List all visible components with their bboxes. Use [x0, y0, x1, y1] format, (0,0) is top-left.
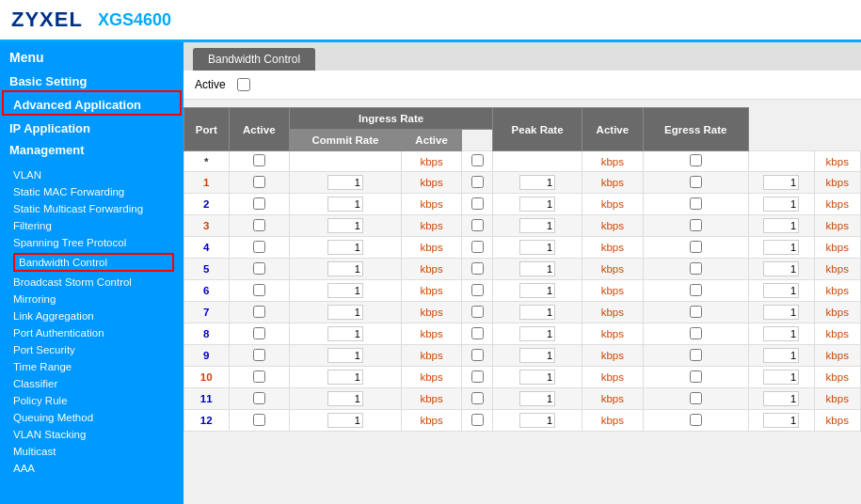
- port-cell[interactable]: 10: [184, 367, 230, 388]
- egress-rate-input[interactable]: [763, 240, 799, 255]
- sidebar-item-vlan[interactable]: VLAN: [0, 166, 183, 183]
- ingress-active-checkbox[interactable]: [471, 414, 484, 426]
- egress-rate-input[interactable]: [763, 197, 799, 212]
- active-checkbox[interactable]: [237, 78, 250, 91]
- peak-active-checkbox[interactable]: [690, 219, 702, 231]
- ingress-active-checkbox[interactable]: [471, 306, 484, 318]
- sidebar-item-bandwidth-control[interactable]: Bandwidth Control: [13, 253, 174, 272]
- row-active-checkbox[interactable]: [253, 306, 265, 318]
- port-cell[interactable]: 5: [184, 259, 230, 280]
- sidebar-item-classifier[interactable]: Classifier: [0, 375, 183, 392]
- peak-rate-input[interactable]: [519, 413, 555, 428]
- row-active-checkbox[interactable]: [253, 262, 265, 275]
- ingress-active-checkbox[interactable]: [471, 370, 484, 383]
- port-cell[interactable]: 4: [184, 237, 230, 259]
- peak-active-checkbox[interactable]: [690, 284, 702, 296]
- egress-rate-input[interactable]: [763, 348, 799, 363]
- ingress-active-checkbox[interactable]: [471, 154, 484, 166]
- peak-active-checkbox[interactable]: [690, 176, 702, 188]
- egress-rate-input[interactable]: [763, 175, 799, 190]
- commit-rate-input[interactable]: [327, 240, 363, 255]
- sidebar-item-vlan-stacking[interactable]: VLAN Stacking: [0, 426, 183, 443]
- sidebar-item-management[interactable]: Management: [0, 137, 183, 159]
- row-active-checkbox[interactable]: [253, 284, 265, 296]
- sidebar-item-spanning-tree[interactable]: Spanning Tree Protocol: [0, 234, 183, 251]
- ingress-active-checkbox[interactable]: [471, 262, 484, 275]
- sidebar-item-mirroring[interactable]: Mirroring: [0, 291, 183, 307]
- peak-active-checkbox[interactable]: [690, 154, 702, 166]
- ingress-active-checkbox[interactable]: [471, 219, 484, 231]
- sidebar-item-link-aggregation[interactable]: Link Aggregation: [0, 307, 183, 324]
- egress-rate-input[interactable]: [763, 326, 799, 341]
- commit-rate-input[interactable]: [327, 218, 363, 233]
- port-cell[interactable]: 7: [184, 302, 230, 323]
- peak-rate-input[interactable]: [519, 197, 555, 212]
- row-active-checkbox[interactable]: [253, 219, 265, 231]
- ingress-active-checkbox[interactable]: [471, 284, 484, 296]
- egress-rate-input[interactable]: [763, 283, 799, 298]
- sidebar-item-aaa[interactable]: AAA: [0, 460, 183, 477]
- sidebar-item-multicast[interactable]: Multicast: [0, 443, 183, 460]
- peak-active-checkbox[interactable]: [690, 370, 702, 383]
- sidebar-item-static-mac[interactable]: Static MAC Forwarding: [0, 183, 183, 200]
- row-active-checkbox[interactable]: [253, 241, 265, 253]
- ingress-active-checkbox[interactable]: [471, 349, 484, 361]
- row-active-checkbox[interactable]: [253, 327, 265, 339]
- port-cell[interactable]: 9: [184, 345, 230, 367]
- sidebar-item-broadcast-storm[interactable]: Broadcast Storm Control: [0, 274, 183, 291]
- row-active-checkbox[interactable]: [253, 370, 265, 383]
- sidebar-item-policy-rule[interactable]: Policy Rule: [0, 392, 183, 409]
- commit-rate-input[interactable]: [327, 391, 363, 406]
- ingress-active-checkbox[interactable]: [471, 241, 484, 253]
- port-cell[interactable]: 6: [184, 280, 230, 302]
- sidebar-item-filtering[interactable]: Filtering: [0, 217, 183, 234]
- peak-rate-input[interactable]: [519, 305, 555, 320]
- sidebar-item-ip-application[interactable]: IP Application: [0, 116, 183, 137]
- port-cell[interactable]: 2: [184, 194, 230, 215]
- port-cell[interactable]: 1: [184, 172, 230, 194]
- peak-active-checkbox[interactable]: [690, 241, 702, 253]
- sidebar-item-time-range[interactable]: Time Range: [0, 358, 183, 375]
- peak-active-checkbox[interactable]: [690, 197, 702, 210]
- sidebar-item-port-security[interactable]: Port Security: [0, 341, 183, 358]
- row-active-checkbox[interactable]: [253, 349, 265, 361]
- commit-rate-input[interactable]: [327, 197, 363, 212]
- peak-rate-input[interactable]: [519, 218, 555, 233]
- egress-rate-input[interactable]: [763, 370, 799, 385]
- row-active-checkbox[interactable]: [253, 392, 265, 404]
- port-cell[interactable]: 8: [184, 323, 230, 345]
- commit-rate-input[interactable]: [327, 326, 363, 341]
- commit-rate-input[interactable]: [327, 261, 363, 276]
- sidebar-item-queuing[interactable]: Queuing Method: [0, 409, 183, 426]
- port-cell[interactable]: 12: [184, 410, 230, 432]
- sidebar-item-basic-setting[interactable]: Basic Setting: [0, 69, 183, 90]
- peak-active-checkbox[interactable]: [690, 349, 702, 361]
- port-cell[interactable]: 11: [184, 388, 230, 410]
- peak-active-checkbox[interactable]: [690, 392, 702, 404]
- peak-active-checkbox[interactable]: [690, 262, 702, 275]
- ingress-active-checkbox[interactable]: [471, 327, 484, 339]
- row-active-checkbox[interactable]: [253, 176, 265, 188]
- peak-active-checkbox[interactable]: [690, 327, 702, 339]
- egress-rate-input[interactable]: [763, 218, 799, 233]
- row-active-checkbox[interactable]: [253, 414, 265, 426]
- sidebar-item-port-auth[interactable]: Port Authentication: [0, 324, 183, 341]
- egress-rate-input[interactable]: [763, 413, 799, 428]
- commit-rate-input[interactable]: [327, 283, 363, 298]
- peak-rate-input[interactable]: [519, 348, 555, 363]
- ingress-active-checkbox[interactable]: [471, 176, 484, 188]
- peak-active-checkbox[interactable]: [690, 306, 702, 318]
- row-active-checkbox[interactable]: [253, 197, 265, 210]
- sidebar-item-static-multicast[interactable]: Static Multicast Forwarding: [0, 200, 183, 217]
- peak-rate-input[interactable]: [519, 261, 555, 276]
- row-active-checkbox[interactable]: [253, 154, 265, 166]
- commit-rate-input[interactable]: [327, 348, 363, 363]
- ingress-active-checkbox[interactable]: [471, 197, 484, 210]
- egress-rate-input[interactable]: [763, 261, 799, 276]
- port-cell[interactable]: 3: [184, 215, 230, 237]
- peak-rate-input[interactable]: [519, 391, 555, 406]
- ingress-active-checkbox[interactable]: [471, 392, 484, 404]
- commit-rate-input[interactable]: [327, 175, 363, 190]
- peak-rate-input[interactable]: [519, 283, 555, 298]
- egress-rate-input[interactable]: [763, 305, 799, 320]
